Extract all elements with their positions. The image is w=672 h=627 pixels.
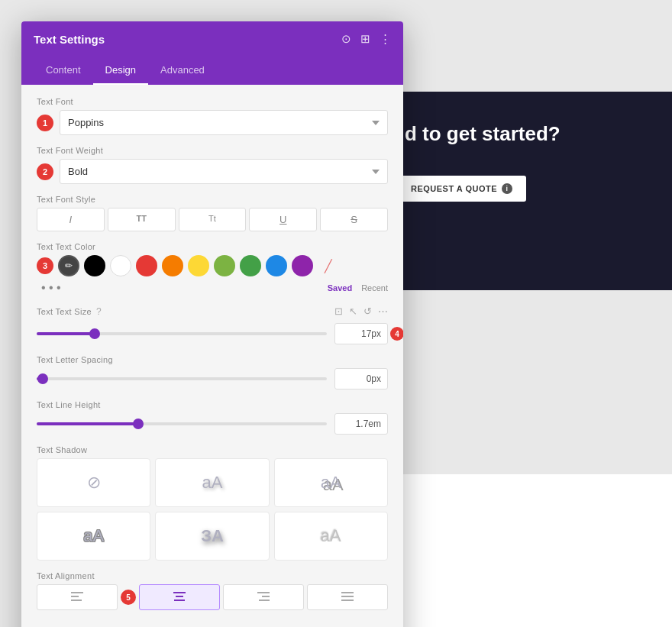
more-icon[interactable]: ⋮ bbox=[380, 32, 391, 46]
text-shadow-label: Text Shadow bbox=[37, 445, 388, 454]
text-letter-spacing-slider-row: 0px bbox=[37, 368, 388, 389]
shadow-lift-text: ЗА bbox=[201, 526, 224, 546]
shadow-soft-btn[interactable]: aA bbox=[155, 458, 269, 507]
color-row: 3 ✏ ╱ bbox=[37, 255, 388, 276]
text-letter-spacing-slider[interactable] bbox=[37, 377, 327, 380]
size-icons: ⊡ ↖ ↺ ⋯ bbox=[334, 305, 388, 317]
align-center-btn[interactable] bbox=[139, 584, 220, 610]
panel-body: Text Font 1 Poppins Arial Georgia Text F… bbox=[21, 85, 403, 627]
text-size-value[interactable]: 17px 4 bbox=[334, 323, 388, 344]
cursor-icon[interactable]: ↖ bbox=[349, 305, 357, 317]
bg-cta-button[interactable]: REQUEST A QUOTE i bbox=[397, 176, 526, 202]
text-size-slider-row: 17px 4 bbox=[37, 323, 388, 344]
shadow-outline-btn[interactable]: aA bbox=[37, 512, 150, 561]
color-tab-saved[interactable]: Saved bbox=[328, 283, 352, 292]
split-icon[interactable]: ⊞ bbox=[360, 32, 370, 46]
style-underline-btn[interactable]: U bbox=[249, 208, 317, 231]
color-white[interactable] bbox=[110, 255, 131, 276]
bg-headline: d to get started? bbox=[405, 122, 561, 146]
tab-content[interactable]: Content bbox=[34, 57, 93, 85]
color-black[interactable] bbox=[84, 255, 105, 276]
shadow-emboss-text: aA bbox=[321, 526, 341, 546]
text-font-weight-select[interactable]: Bold Normal Light bbox=[60, 159, 388, 184]
text-color-badge: 3 bbox=[37, 257, 53, 274]
shadow-none-btn[interactable]: ⊘ bbox=[37, 458, 150, 507]
text-line-height-slider-row: 1.7em bbox=[37, 413, 388, 435]
svg-rect-8 bbox=[259, 600, 270, 601]
svg-rect-2 bbox=[71, 600, 82, 601]
text-color-section: Text Text Color 3 ✏ ╱ • • • bbox=[37, 242, 388, 295]
color-purple[interactable] bbox=[292, 255, 313, 276]
tab-advanced[interactable]: Advanced bbox=[148, 57, 217, 85]
align-left-btn[interactable] bbox=[37, 584, 118, 610]
color-pencil-icon[interactable]: ╱ bbox=[318, 255, 339, 276]
reset-icon[interactable]: ↺ bbox=[363, 305, 372, 317]
svg-rect-1 bbox=[71, 596, 79, 597]
shadow-grid: ⊘ aA aA aA ЗА aA bbox=[37, 458, 388, 561]
text-line-height-label: Text Line Height bbox=[37, 400, 388, 409]
tabs-bar: Content Design Advanced bbox=[21, 57, 403, 85]
shadow-hard-btn[interactable]: aA bbox=[274, 458, 388, 507]
text-letter-spacing-section: Text Letter Spacing 0px bbox=[37, 355, 388, 389]
color-yellow[interactable] bbox=[188, 255, 209, 276]
text-font-select[interactable]: Poppins Arial Georgia bbox=[60, 110, 388, 135]
panel-title: Text Settings bbox=[34, 33, 105, 46]
color-light-green[interactable] bbox=[214, 255, 235, 276]
text-alignment-label: Text Alignment bbox=[37, 571, 388, 580]
info-icon: i bbox=[502, 183, 512, 194]
text-font-row: 1 Poppins Arial Georgia bbox=[37, 110, 388, 135]
svg-rect-3 bbox=[173, 592, 186, 593]
text-font-weight-label: Text Font Weight bbox=[37, 146, 388, 155]
text-size-label: Text Text Size bbox=[37, 307, 92, 316]
text-line-height-value[interactable]: 1.7em bbox=[334, 413, 388, 435]
text-font-weight-row: 2 Bold Normal Light bbox=[37, 159, 388, 184]
shadow-emboss-btn[interactable]: aA bbox=[274, 512, 388, 561]
text-font-style-section: Text Font Style I TT Tt U S bbox=[37, 195, 388, 231]
tab-design[interactable]: Design bbox=[93, 57, 148, 85]
align-badge: 5 bbox=[121, 590, 136, 605]
style-strikethrough-btn[interactable]: S bbox=[320, 208, 388, 231]
text-line-height-section: Text Line Height 1.7em bbox=[37, 400, 388, 435]
svg-rect-9 bbox=[341, 592, 354, 593]
align-justify-btn[interactable] bbox=[307, 584, 388, 610]
responsive-icon[interactable]: ⊡ bbox=[334, 305, 343, 317]
color-swatch-pencil[interactable]: ✏ bbox=[58, 255, 79, 276]
style-uppercase-btn[interactable]: TT bbox=[108, 208, 176, 231]
panel-header: Text Settings ⊙ ⊞ ⋮ bbox=[21, 21, 403, 57]
svg-rect-10 bbox=[341, 596, 354, 597]
color-blue[interactable] bbox=[266, 255, 287, 276]
text-font-section: Text Font 1 Poppins Arial Georgia bbox=[37, 97, 388, 135]
shadow-hard-text: aA bbox=[321, 473, 341, 493]
panel-header-icons: ⊙ ⊞ ⋮ bbox=[341, 32, 391, 46]
shadow-none-icon: ⊘ bbox=[87, 473, 101, 493]
shadow-soft-text: aA bbox=[202, 473, 223, 493]
text-color-label: Text Text Color bbox=[37, 242, 388, 251]
more-size-icon[interactable]: ⋯ bbox=[378, 305, 388, 317]
color-tab-recent[interactable]: Recent bbox=[361, 283, 388, 292]
text-line-height-slider[interactable] bbox=[37, 422, 327, 425]
align-right-btn[interactable] bbox=[223, 584, 304, 610]
text-settings-panel: Text Settings ⊙ ⊞ ⋮ Content Design Advan… bbox=[21, 21, 403, 627]
shadow-outline-text: aA bbox=[83, 526, 104, 546]
style-capitalize-btn[interactable]: Tt bbox=[179, 208, 247, 231]
shadow-lift-btn[interactable]: ЗА bbox=[155, 512, 269, 561]
svg-rect-11 bbox=[341, 600, 354, 601]
text-font-weight-section: Text Font Weight 2 Bold Normal Light bbox=[37, 146, 388, 184]
text-shadow-section: Text Shadow ⊘ aA aA aA ЗА aA bbox=[37, 445, 388, 561]
text-letter-spacing-value[interactable]: 0px bbox=[334, 368, 388, 389]
text-font-style-label: Text Font Style bbox=[37, 195, 388, 204]
text-size-badge: 4 bbox=[390, 327, 403, 341]
svg-rect-5 bbox=[174, 600, 185, 601]
text-size-slider[interactable] bbox=[37, 332, 327, 335]
help-icon[interactable]: ? bbox=[96, 306, 102, 317]
text-size-header: Text Text Size ? ⊡ ↖ ↺ ⋯ bbox=[37, 305, 388, 317]
bg-dark-section: d to get started? REQUEST A QUOTE i bbox=[389, 92, 672, 290]
color-more-dots[interactable]: • • • bbox=[40, 281, 61, 295]
color-green[interactable] bbox=[240, 255, 261, 276]
color-orange[interactable] bbox=[162, 255, 183, 276]
style-italic-btn[interactable]: I bbox=[37, 208, 105, 231]
color-red[interactable] bbox=[136, 255, 157, 276]
focus-icon[interactable]: ⊙ bbox=[341, 32, 351, 46]
text-font-weight-badge: 2 bbox=[37, 163, 53, 180]
svg-rect-7 bbox=[262, 596, 270, 597]
